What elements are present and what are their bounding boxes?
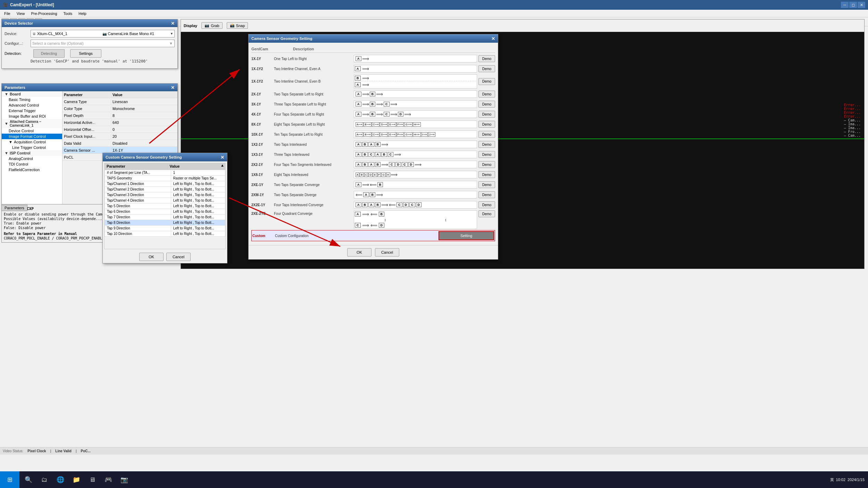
camera-sensor-ok-button[interactable]: OK [347, 248, 372, 256]
taskbar-desktop[interactable]: 🖥 [85, 472, 100, 487]
taskbar-edge[interactable]: 🌐 [53, 472, 68, 487]
camera-sensor-close[interactable]: ✕ [491, 36, 495, 41]
demo-btn-1x31y[interactable]: Demo [478, 151, 495, 158]
parameters-tab[interactable]: Parameters [1, 205, 27, 211]
close-button[interactable]: ✕ [858, 2, 865, 8]
cat-tdi[interactable]: TDI Control [2, 161, 62, 167]
demo-btn-2xe2ye[interactable]: Demo [478, 210, 495, 217]
sensor-diagram-1x31y: A B C A B C ⟹ [354, 151, 477, 158]
cat-flatfield[interactable]: FlatfieldCorrection [2, 167, 62, 173]
config-select-display[interactable]: Select a camera file (Optional) ▼ [31, 40, 175, 47]
params-header-row: Parameter Value [62, 91, 177, 98]
cat-advanced-control[interactable]: Advanced Control [2, 102, 62, 108]
custom-ok-button[interactable]: OK [139, 253, 164, 261]
tap-g-1x81y: G [381, 173, 385, 177]
tb-1x31y: B [362, 152, 368, 157]
custom-row-tap5: Tap 5 Direction Left to Right , Top to B… [105, 203, 225, 209]
demo-btn-8x1y[interactable]: Demo [478, 121, 495, 128]
sensor-row-2x21y[interactable]: 2X2-1Y Four Taps Two Segments Interleave… [251, 160, 495, 169]
setting-button[interactable]: Setting [439, 231, 494, 240]
custom-row-ch4: Tap/Channel 4 Direction Left to Right , … [105, 198, 225, 203]
demo-btn-2xe1y[interactable]: Demo [478, 181, 495, 188]
demo-btn-2xm1y[interactable]: Demo [478, 191, 495, 198]
custom-cancel-button[interactable]: Cancel [166, 253, 191, 261]
cat-line-trigger[interactable]: Line Trigger Control [2, 145, 62, 150]
sensor-row-2xm1y[interactable]: 2XM-1Y Two Taps Separate Diverge ⟸ A B ⟹… [251, 190, 495, 199]
ta-2x2e1y: A [356, 202, 361, 207]
sensor-row-2xe2ye[interactable]: 2XE-2YE Four Quadrant Converge A ⟹ ⟸ B ↕… [251, 210, 495, 229]
param-pixel-clock-value: 20 [111, 134, 177, 139]
arrt2: ⟸ [370, 211, 377, 217]
sensor-row-1x1y[interactable]: 1X-1Y One Tap Left to Right A ⟹ Demo [251, 54, 495, 63]
menu-view[interactable]: View [14, 11, 28, 16]
param-horiz-active-value: 640 [111, 120, 177, 125]
sensor-row-1x1y2a[interactable]: 1X-1Y2 Two Interline Channel, Even A A ⟹… [251, 64, 495, 73]
minimize-button[interactable]: ─ [841, 2, 849, 8]
snap-button[interactable]: 📸 Snap [227, 22, 248, 29]
sensor-row-10x1y[interactable]: 10X-1Y Ten Taps Separate Left to Right A… [251, 130, 495, 139]
cat-attached-camera[interactable]: ▼ Attached Camera – CameraLink_1 [2, 119, 62, 128]
sensor-row-2x1y[interactable]: 2X-1Y Two Taps Separate Left to Right A … [251, 90, 495, 99]
sensor-row-1x31y[interactable]: 1X3-1Y Three Taps Interleaved A B C A B … [251, 150, 495, 159]
cat-external-trigger[interactable]: External Trigger [2, 108, 62, 113]
sensor-row-3x1y[interactable]: 3X-1Y Three Taps Separate Left to Right … [251, 100, 495, 109]
menu-preprocessing[interactable]: Pre-Processing [28, 11, 60, 16]
tb2: B [375, 142, 381, 147]
taskbar-game[interactable]: 🎮 [101, 472, 116, 487]
config-arrow: ▼ [169, 41, 173, 45]
sensor-row-1x21y[interactable]: 1X2-1Y Two Taps Interleaved A B A B ⟹ De… [251, 140, 495, 149]
start-button[interactable]: ⊞ [0, 471, 19, 488]
cat-isp[interactable]: ▼ ISP Control [2, 150, 62, 156]
sensor-row-custom[interactable]: Custom Custom Configuration Setting [251, 230, 495, 241]
sensor-row-2x2e1y[interactable]: 2X2E-1Y Four Taps Interleaved Converge A… [251, 200, 495, 209]
cat-basic-timing[interactable]: Basic Timing [2, 97, 62, 102]
demo-btn-2x21y[interactable]: Demo [478, 161, 495, 168]
menu-help[interactable]: Help [76, 11, 89, 16]
cat-board-label: Board [10, 92, 21, 96]
sensor-row-4x1y[interactable]: 4X-1Y Four Taps Separate Left to Right A… [251, 110, 495, 119]
device-selector-close[interactable]: ✕ [171, 21, 175, 26]
cat-image-format-control[interactable]: Image Format Control [2, 134, 62, 139]
cat-device-control[interactable]: Device Control [2, 128, 62, 134]
sensor-row-8x1y[interactable]: 8X-1Y Eight Taps Separate Left to Right … [251, 120, 495, 129]
cat-analog[interactable]: AnalogControl [2, 156, 62, 161]
demo-btn-1x81y[interactable]: Demo [478, 171, 495, 178]
cat-acquisition-control[interactable]: ▼ Acquisition Control [2, 139, 62, 145]
taskbar-explorer[interactable]: 📁 [69, 472, 84, 487]
sensor-row-1x1y2b[interactable]: 1X-1Y2 Two Interline Channel, Even B B ⟹… [251, 74, 495, 89]
cat-board[interactable]: ▼ Board [2, 91, 62, 97]
param-color-type-name: Color Type [62, 106, 111, 111]
cat-image-buffer-roi[interactable]: Image Buffer and ROI [2, 113, 62, 119]
demo-btn-1x1y[interactable]: Demo [478, 55, 495, 62]
sensor-row-1x81y[interactable]: 1X8-1Y Eight Taps Interleaved A B C D E … [251, 170, 495, 179]
demo-btn-2x1y[interactable]: Demo [478, 91, 495, 98]
detecting-button[interactable]: Detecting [33, 49, 65, 58]
grab-button[interactable]: 📷 Grab [201, 22, 222, 29]
demo-btn-1x1y2b[interactable]: Demo [478, 78, 495, 85]
menu-tools[interactable]: Tools [61, 11, 75, 16]
custom-dialog-footer: OK Cancel [103, 251, 227, 263]
tb: B [362, 142, 368, 147]
demo-btn-10x1y[interactable]: Demo [478, 131, 495, 138]
demo-btn-1x1y2a[interactable]: Demo [478, 65, 495, 72]
taskbar-task-view[interactable]: 🗂 [37, 472, 52, 487]
demo-btn-3x1y[interactable]: Demo [478, 101, 495, 108]
settings-button[interactable]: Settings [70, 49, 101, 58]
camera-sensor-cancel-button[interactable]: Cancel [375, 248, 399, 256]
menu-file[interactable]: File [1, 11, 13, 16]
demo-btn-1x21y[interactable]: Demo [478, 141, 495, 148]
demo-btn-4x1y[interactable]: Demo [478, 111, 495, 118]
device-select-display[interactable]: 🖥 Xtium-CL_MX4_1 📷 CameraLink Base Mono … [31, 30, 175, 37]
custom-sensor-close[interactable]: ✕ [220, 155, 224, 160]
arr1-2x2e1y: ⟹ [381, 202, 388, 208]
custom-row-tap6: Tap 6 Direction Left to Right , Top to B… [105, 209, 225, 214]
parameters-close[interactable]: ✕ [171, 85, 175, 90]
taskbar-camera[interactable]: 📷 [117, 472, 132, 487]
restore-button[interactable]: ◻ [849, 2, 857, 8]
sensor-row-2xe1y[interactable]: 2XE-1Y Two Taps Separate Converge A ⟹ ⟸ … [251, 180, 495, 189]
sensor-diagram-1x1y2a: A ⟹ [354, 65, 477, 73]
taskbar-search[interactable]: 🔍 [21, 472, 36, 487]
sensor-desc-2x2e1y: Four Taps Interleaved Converge [274, 203, 354, 207]
demo-btn-2x2e1y[interactable]: Demo [478, 201, 495, 208]
custom-row-tap8[interactable]: Tap 8 Direction Left to Right , Top to B… [105, 220, 225, 226]
